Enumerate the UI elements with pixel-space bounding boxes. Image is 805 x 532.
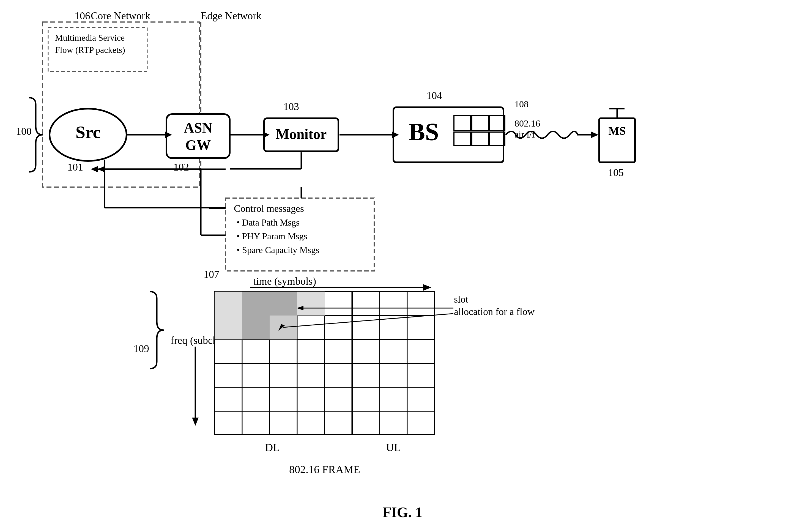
svg-rect-58 bbox=[215, 291, 242, 316]
ref-109-label: 109 bbox=[133, 343, 149, 354]
svg-rect-59 bbox=[297, 291, 325, 316]
svg-rect-56 bbox=[242, 316, 270, 339]
svg-rect-55 bbox=[270, 291, 297, 316]
edge-network-label: Edge Network bbox=[201, 10, 262, 21]
fig-caption: FIG. 1 bbox=[383, 505, 422, 520]
bs-label: BS bbox=[408, 118, 439, 146]
frame-label: 802.16 FRAME bbox=[289, 463, 360, 476]
spare-capacity-msgs: • Spare Capacity Msgs bbox=[236, 245, 319, 255]
dl-label: DL bbox=[265, 441, 280, 454]
ref-103-label: 103 bbox=[283, 101, 299, 112]
src-label: Src bbox=[75, 122, 100, 142]
core-network-label: Core Network bbox=[91, 10, 150, 21]
control-messages-label: Control messages bbox=[234, 203, 304, 214]
slot-label: slot bbox=[454, 294, 468, 305]
data-path-msgs: • Data Path Msgs bbox=[236, 217, 300, 227]
ref-108-label: 108 bbox=[515, 99, 529, 109]
svg-marker-19 bbox=[591, 132, 598, 138]
svg-rect-57 bbox=[270, 316, 297, 339]
monitor-label: Monitor bbox=[276, 126, 327, 142]
ref-100: 100 bbox=[16, 126, 32, 137]
ms-label: MS bbox=[609, 125, 626, 137]
allocation-label: allocation for a flow bbox=[454, 306, 535, 317]
svg-rect-54 bbox=[242, 291, 270, 316]
ul-label: UL bbox=[386, 441, 401, 454]
gw-label: GW bbox=[186, 137, 211, 153]
ref-107-label: 107 bbox=[204, 268, 219, 280]
ref-101-label: 101 bbox=[68, 161, 83, 173]
svg-rect-60 bbox=[215, 316, 242, 339]
time-label: time (symbols) bbox=[253, 276, 316, 287]
svg-marker-40 bbox=[423, 284, 432, 291]
ref-105-label: 105 bbox=[608, 167, 624, 178]
svg-marker-36 bbox=[91, 166, 98, 172]
air-if-label1: 802.16 bbox=[515, 118, 540, 129]
ref-106-label: 106 bbox=[75, 10, 90, 21]
diagram-container: 100 106 Core Network Edge Network Multim… bbox=[0, 0, 805, 532]
multimedia-label: Multimedia Service bbox=[55, 33, 124, 43]
phy-param-msgs: • PHY Param Msgs bbox=[236, 231, 307, 241]
flow-rtp-label: Flow (RTP packets) bbox=[55, 45, 125, 55]
svg-marker-38 bbox=[192, 418, 199, 426]
ref-104-label: 104 bbox=[426, 90, 442, 101]
asn-label: ASN bbox=[184, 120, 212, 136]
ref-102-label: 102 bbox=[173, 161, 189, 173]
